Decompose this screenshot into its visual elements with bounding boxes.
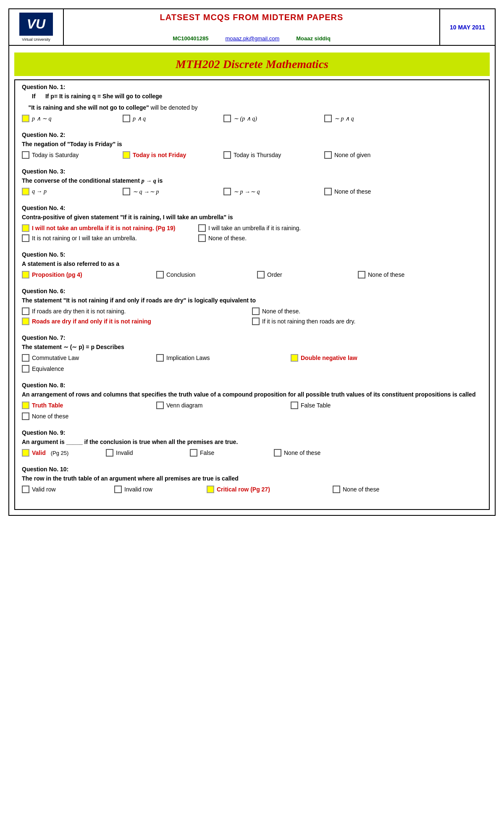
q6-option-1: If roads are dry then it is not raining.: [22, 307, 244, 315]
q9-option-2: Invalid: [106, 449, 181, 457]
q5-checkbox-1[interactable]: [22, 271, 29, 278]
question-7: Question No. 7: The statement ∼ (∼ p) = …: [22, 334, 482, 374]
q3-checkbox-4[interactable]: [324, 188, 332, 195]
q5-checkbox-3[interactable]: [257, 271, 265, 278]
q4-checkbox-3[interactable]: [22, 234, 29, 242]
question-5: Question No. 5: A statement is also refe…: [22, 251, 482, 280]
q9-options: Valid (Pg 25) Invalid False None of thes…: [22, 449, 482, 457]
q3-checkbox-2[interactable]: [123, 188, 130, 195]
header-date: 10 MAY 2011: [440, 9, 495, 45]
student-email: moaaz.pk@gmail.com: [225, 35, 279, 42]
q9-checkbox-2[interactable]: [106, 449, 113, 457]
q3-option-2: ∼ q →∼ p: [123, 188, 215, 195]
q1-option-4: ∼ p ∧ q: [324, 115, 417, 122]
q6-checkbox-3[interactable]: [22, 318, 29, 325]
q7-option-2: Implication Laws: [156, 354, 282, 362]
q4-options-row2: It is not raining or I will take an umbr…: [22, 234, 482, 242]
q8-text: An arrangement of rows and columns that …: [22, 390, 482, 399]
q8-checkbox-1[interactable]: [22, 402, 29, 409]
q1-text: "It is raining and she will not go to co…: [22, 103, 482, 112]
q6-text: The statement "It is not raining if and …: [22, 296, 482, 305]
q9-option-1: Valid (Pg 25): [22, 449, 97, 457]
page-wrapper: VU Virtual University LATSEST MCQS FROM …: [8, 8, 496, 516]
q6-checkbox-2[interactable]: [252, 307, 260, 315]
q8-checkbox-2[interactable]: [156, 402, 164, 409]
course-title-bar: MTH202 Discrete Mathematics: [14, 53, 490, 76]
q10-checkbox-3[interactable]: [207, 486, 214, 493]
q1-checkbox-2[interactable]: [123, 115, 130, 122]
q7-text: The statement ∼ (∼ p) = p Describes: [22, 343, 482, 352]
q2-checkbox-1[interactable]: [22, 151, 29, 159]
q4-checkbox-2[interactable]: [198, 224, 206, 232]
q7-checkbox-2[interactable]: [156, 354, 164, 362]
logo-subtitle: Virtual University: [19, 37, 53, 42]
q6-checkbox-1[interactable]: [22, 307, 29, 315]
question-4: Question No. 4: Contra-positive of given…: [22, 205, 482, 244]
q9-label: Question No. 9:: [22, 429, 482, 436]
q2-option-2: Today is not Friday: [123, 151, 215, 159]
q6-checkbox-4[interactable]: [252, 318, 260, 325]
q4-checkbox-4[interactable]: [198, 234, 206, 242]
q7-checkbox-1[interactable]: [22, 354, 29, 362]
q5-option-2: Conclusion: [156, 271, 249, 278]
q7-checkbox-4[interactable]: [22, 365, 29, 373]
q10-option-4: None of these: [333, 486, 408, 493]
q6-option-3: Roads are dry if and only if it is not r…: [22, 318, 244, 325]
q9-checkbox-4[interactable]: [274, 449, 281, 457]
q7-options: Commutative Law Implication Laws Double …: [22, 354, 482, 373]
q3-option-3: ∼ p →∼ q: [223, 188, 316, 195]
q3-checkbox-1[interactable]: [22, 188, 29, 195]
q10-option-1: Valid row: [22, 486, 106, 493]
q4-options: I will not take an umbrella if it is not…: [22, 224, 482, 232]
q10-checkbox-1[interactable]: [22, 486, 29, 493]
q2-option-3: Today is Thursday: [223, 151, 316, 159]
q2-option-1: Today is Saturday: [22, 151, 114, 159]
student-name: Moaaz siddiq: [296, 35, 331, 42]
q1-option-2: p ∧ q: [123, 115, 215, 122]
question-9: Question No. 9: An argument is _____ if …: [22, 429, 482, 458]
q8-checkbox-4[interactable]: [22, 412, 29, 420]
q9-text: An argument is _____ if the conclusion i…: [22, 438, 482, 447]
q5-option-3: Order: [257, 271, 349, 278]
q4-option-3: It is not raining or I will take an umbr…: [22, 234, 190, 242]
q10-checkbox-4[interactable]: [333, 486, 340, 493]
question-3: Question No. 3: The converse of the cond…: [22, 168, 482, 197]
q9-checkbox-3[interactable]: [190, 449, 197, 457]
q2-checkbox-2[interactable]: [123, 151, 130, 159]
q4-label: Question No. 4:: [22, 205, 482, 211]
q6-label: Question No. 6:: [22, 288, 482, 294]
q4-checkbox-1[interactable]: [22, 224, 29, 232]
q7-checkbox-3[interactable]: [291, 354, 298, 362]
q5-label: Question No. 5:: [22, 251, 482, 258]
q8-label: Question No. 8:: [22, 382, 482, 389]
q8-option-1: Truth Table: [22, 402, 148, 409]
q10-option-2: Invalid row: [114, 486, 198, 493]
q1-checkbox-4[interactable]: [324, 115, 332, 122]
q7-label: Question No. 7:: [22, 334, 482, 341]
q3-option-1: q → p: [22, 188, 114, 195]
q9-option-4: None of these: [274, 449, 349, 457]
q4-option-4: None of these.: [198, 234, 366, 242]
header-info: MC100401285 moaaz.pk@gmail.com Moaaz sid…: [173, 35, 331, 42]
q2-label: Question No. 2:: [22, 131, 482, 138]
q5-checkbox-4[interactable]: [358, 271, 365, 278]
q10-checkbox-2[interactable]: [114, 486, 122, 493]
q10-option-3: Critical row (Pg 27): [207, 486, 324, 493]
header-center: LATSEST MCQS FROM MIDTERM PAPERS MC10040…: [64, 9, 440, 45]
q3-checkbox-3[interactable]: [223, 188, 231, 195]
q8-options: Truth Table Venn diagram False Table Non…: [22, 402, 482, 420]
q6-option-4: If it is not raining then roads are dry.: [252, 318, 474, 325]
q5-option-1: Proposition (pg 4): [22, 271, 148, 278]
q2-checkbox-3[interactable]: [223, 151, 231, 159]
q5-checkbox-2[interactable]: [156, 271, 164, 278]
q1-checkbox-3[interactable]: [223, 115, 231, 122]
q2-checkbox-4[interactable]: [324, 151, 332, 159]
question-1: Question No. 1: If If p= It is raining q…: [22, 84, 482, 124]
q1-checkbox-1[interactable]: [22, 115, 29, 122]
vu-logo: VU: [19, 13, 53, 36]
q1-option-1: p ∧ ∼ q: [22, 115, 114, 122]
q7-option-3: Double negative law: [291, 354, 417, 362]
question-2: Question No. 2: The negation of "Today i…: [22, 131, 482, 160]
q8-checkbox-3[interactable]: [291, 402, 298, 409]
q9-checkbox-1[interactable]: [22, 449, 29, 457]
